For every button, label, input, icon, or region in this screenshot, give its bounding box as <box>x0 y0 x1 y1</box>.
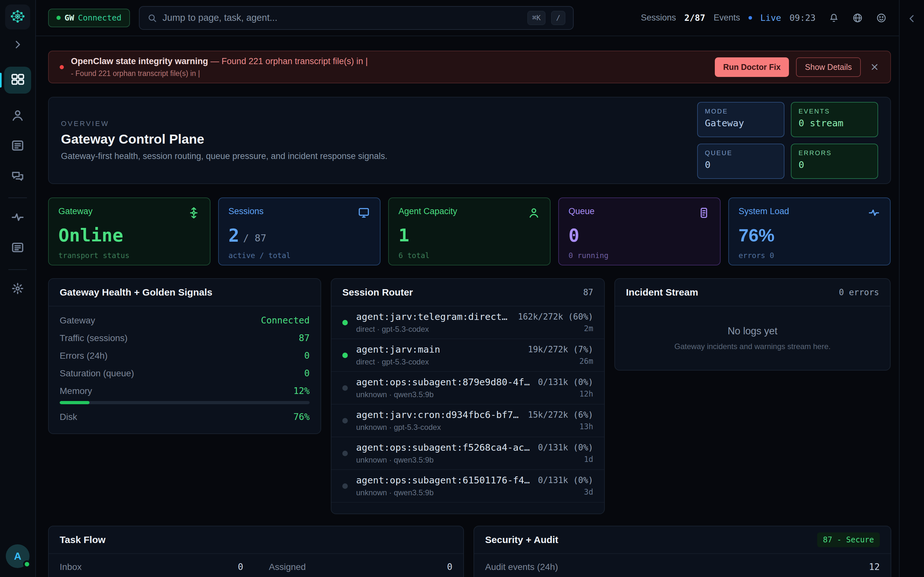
card-subtext: active / total <box>228 251 370 259</box>
health-row: Saturation (queue) 0 <box>60 364 310 382</box>
topbar-status-cluster: Sessions 2/87 Events Live 09:23 <box>641 13 887 23</box>
health-value: 76% <box>293 412 310 422</box>
main-area: GW Connected Jump to page, task, agent..… <box>36 0 899 577</box>
taskflow-value: 0 <box>238 562 243 572</box>
session-row[interactable]: agent:ops:subagent:f5268ca4-acf4-4181-8e… <box>331 437 604 470</box>
stat-errors: ERRORS 0 <box>791 143 878 179</box>
health-value: Connected <box>261 315 310 326</box>
online-status-dot <box>23 560 31 568</box>
gateway-badge-label: GW <box>65 13 74 23</box>
session-usage: 0/131k (0%) <box>538 443 593 452</box>
health-row: Traffic (sessions) 87 <box>60 329 310 347</box>
card-subtext: errors 0 <box>738 251 880 259</box>
globe-button[interactable] <box>852 13 863 23</box>
session-age: 12h <box>538 390 593 398</box>
session-usage: 0/131k (0%) <box>538 377 593 387</box>
live-dot <box>748 16 752 19</box>
sidebar-divider <box>8 269 27 270</box>
health-label: Errors (24h) <box>60 351 107 361</box>
session-router-panel: Session Router 87 agent:jarv:telegram:di… <box>331 278 605 514</box>
overview-eyebrow: OVERVIEW <box>61 119 388 128</box>
taskflow-assigned: Assigned 0 <box>269 562 452 572</box>
connected-dot <box>57 16 61 20</box>
page-subtitle: Gateway-first health, session routing, q… <box>61 151 388 161</box>
stat-mode: MODE Gateway <box>697 102 784 137</box>
stat-value: Gateway <box>705 118 777 129</box>
session-row[interactable]: agent:jarv:cron:d934fbc6-bf77-41fd-bfd0…… <box>331 405 604 437</box>
system-load-card[interactable]: System Load 76% errors 0 <box>728 197 891 266</box>
card-title: Queue <box>569 206 710 216</box>
user-avatar[interactable]: A <box>6 544 29 568</box>
sidebar-item-activity[interactable] <box>11 210 25 226</box>
warning-title: OpenClaw state integrity warning <box>71 56 208 66</box>
session-usage: 162k/272k (60%) <box>518 312 593 322</box>
warning-message: — Found 221 orphan transcript file(s) in… <box>210 56 368 66</box>
session-name: agent:jarv:telegram:direct:328940762 <box>356 311 513 322</box>
sidebar-item-settings[interactable] <box>11 282 25 297</box>
card-value: 0 <box>569 225 710 245</box>
gateway-badge-status: Connected <box>78 13 121 23</box>
session-name: agent:jarv:main <box>356 344 523 355</box>
agent-capacity-card[interactable]: Agent Capacity 1 6 total <box>388 197 551 266</box>
stat-value: 0 stream <box>798 118 871 129</box>
sidebar-expand-button[interactable] <box>12 39 23 51</box>
spark-icon <box>11 282 25 297</box>
sidebar-item-chat[interactable] <box>11 169 25 184</box>
session-active-dot <box>342 320 348 326</box>
chat-bubbles-icon <box>11 169 25 184</box>
session-usage: 15k/272k (6%) <box>528 410 594 420</box>
sessions-card[interactable]: Sessions 2/ 87 active / total <box>218 197 381 266</box>
health-value: 87 <box>299 333 310 343</box>
panel-title: Session Router <box>342 287 413 298</box>
session-meta: unknown · qwen3.5:9b <box>356 456 533 464</box>
panel-title: Task Flow <box>60 534 105 545</box>
gateway-status-badge[interactable]: GW Connected <box>48 9 130 27</box>
session-row[interactable]: agent:jarv:main direct · gpt-5.3-codex 1… <box>331 339 604 372</box>
show-details-button[interactable]: Show Details <box>796 57 861 77</box>
grid-icon <box>10 72 25 88</box>
stat-label: EVENTS <box>798 108 871 115</box>
taskflow-inbox: Inbox 0 <box>60 562 243 572</box>
run-doctor-fix-button[interactable]: Run Doctor Fix <box>715 57 789 77</box>
app-logo[interactable] <box>5 5 30 29</box>
card-title: Agent Capacity <box>399 206 540 216</box>
collapse-panel-button[interactable] <box>907 13 917 25</box>
session-age: 2m <box>518 324 593 333</box>
session-name: agent:ops:subagent:f5268ca4-acf4-4181-8e… <box>356 442 533 453</box>
search-icon <box>147 13 157 23</box>
card-value: 1 <box>399 225 540 245</box>
session-row[interactable]: agent:jarv:telegram:direct:328940762 dir… <box>331 306 604 339</box>
session-age: 3d <box>538 488 593 496</box>
sidebar-item-logs[interactable] <box>11 240 25 256</box>
sidebar-item-dashboard[interactable] <box>4 67 31 93</box>
health-label: Disk <box>60 412 77 422</box>
error-count: 0 errors <box>839 287 879 297</box>
empty-state-title: No logs yet <box>728 326 777 337</box>
queue-list-icon <box>698 206 710 221</box>
notifications-button[interactable] <box>829 13 839 23</box>
session-row[interactable]: agent:ops:subagent:879e9d80-4f6d-4f2a-a6… <box>331 372 604 405</box>
panel-title: Incident Stream <box>626 287 698 298</box>
right-rail <box>899 0 924 577</box>
close-banner-button[interactable] <box>870 62 879 72</box>
card-value: 2/ 87 <box>228 225 370 245</box>
card-title: System Load <box>738 206 880 216</box>
mood-button[interactable] <box>876 13 887 23</box>
stat-value: 0 <box>798 159 871 170</box>
global-search-input[interactable]: Jump to page, task, agent... ⌘K / <box>139 6 573 30</box>
sessions-label: Sessions <box>641 13 676 23</box>
queue-card[interactable]: Queue 0 0 running <box>558 197 720 266</box>
health-value: 12% <box>293 386 310 396</box>
session-row[interactable]: agent:ops:subagent:61501176-f43c-4864-99… <box>331 470 604 503</box>
session-row-partial[interactable]: agent:jarv:cron:… <box>331 503 604 514</box>
sidebar-item-agents[interactable] <box>11 108 25 124</box>
topbar: GW Connected Jump to page, task, agent..… <box>36 0 899 36</box>
session-usage: 19k/272k (7%) <box>528 345 594 354</box>
session-meta: unknown · qwen3.5:9b <box>356 390 533 399</box>
gateway-health-panel: Gateway Health + Golden Signals Gateway … <box>48 278 321 434</box>
card-value: 76% <box>738 225 880 245</box>
sidebar-item-tasks[interactable] <box>11 139 25 154</box>
gateway-card[interactable]: Gateway Online transport status <box>48 197 210 266</box>
stat-events: EVENTS 0 stream <box>791 102 878 137</box>
session-meta: unknown · qwen3.5:9b <box>356 488 533 497</box>
